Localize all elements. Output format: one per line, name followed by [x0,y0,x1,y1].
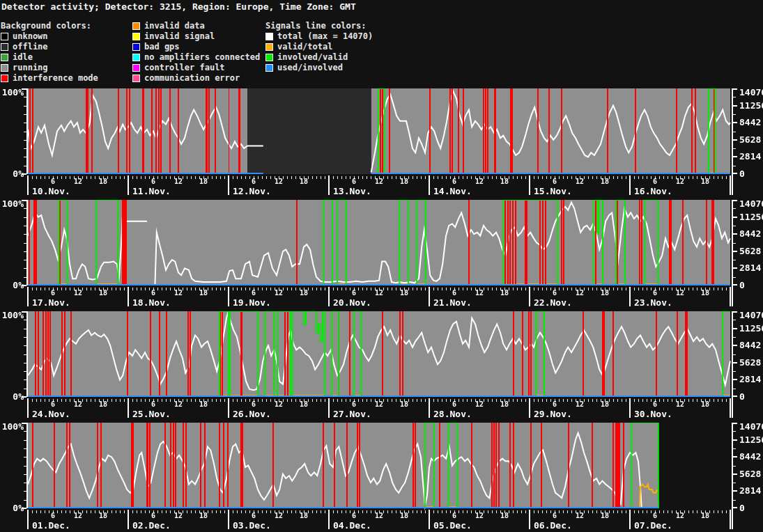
legend-item-invalid-data: invalid data [132,21,260,31]
legend-item-valid-total: valid/total [265,42,373,52]
valid-total-swatch-icon [265,43,273,51]
offline-swatch-icon [1,43,8,51]
legend-item-bad-gps: bad gps [132,42,260,52]
idle-swatch-icon [1,54,8,61]
detector-activity-screen: Detector activity; Detector: 3215, Regio… [0,0,763,532]
legend-label: unknown [13,31,48,42]
legend-label: idle [13,52,33,63]
running-swatch-icon [1,64,8,72]
no-amplifiers-connected-swatch-icon [132,54,140,61]
legend-item-controller-fault: controller fault [132,63,260,73]
legend-item-invalid-signal: invalid signal [132,31,260,42]
controller-fault-swatch-icon [132,64,140,72]
unknown-swatch-icon [1,33,8,40]
legend-label: no amplifiers connected [144,52,260,63]
legend-signals-header: Signals line colors: [265,21,373,31]
legend-item-idle: idle [1,52,98,63]
legend-item-running: running [1,63,98,73]
activity-chart-week-2 [0,200,763,311]
legend-item-involved-valid: involved/valid [265,52,373,63]
legend-label: invalid data [144,21,205,31]
legend-label: communication error [144,73,240,84]
invalid-data-swatch-icon [132,22,140,30]
communication-error-swatch-icon [132,75,140,82]
used-involved-swatch-icon [265,64,273,72]
legend-item-used-involved: used/involved [265,63,373,73]
invalid-signal-swatch-icon [132,33,140,40]
legend-label: total (max = 14070) [277,31,373,42]
legend-status-colors: invalid datainvalid signalbad gpsno ampl… [132,21,260,84]
legend-label: invalid signal [144,31,215,42]
bad-gps-swatch-icon [132,43,140,51]
activity-chart-week-3 [0,311,763,423]
page-title: Detector activity; Detector: 3215, Regio… [1,1,356,12]
total-max-14070-swatch-icon [265,33,273,40]
activity-chart-week-1 [0,88,763,200]
legend-item-unknown: unknown [1,31,98,42]
legend-label: running [13,63,48,73]
legend-label: offline [13,42,48,52]
legend-label: involved/valid [277,52,348,63]
legend-label: interference mode [13,73,98,84]
legend-item-communication-error: communication error [132,73,260,84]
legend-label: controller fault [144,63,225,73]
legend-item-interference-mode: interference mode [1,73,98,84]
activity-chart-week-4 [0,423,763,532]
legend-background-header: Background colors: [1,21,98,31]
legend-item-total-max-14070: total (max = 14070) [265,31,373,42]
legend-label: bad gps [144,42,180,52]
involved-valid-swatch-icon [265,54,273,61]
legend-label: valid/total [277,42,332,52]
legend-background-colors: Background colors: unknownofflineidlerun… [1,21,98,84]
legend-item-no-amplifiers-connected: no amplifiers connected [132,52,260,63]
interference-mode-swatch-icon [1,75,8,82]
legend-label: used/involved [277,63,343,73]
legend-item-offline: offline [1,42,98,52]
legend-signal-colors: Signals line colors: total (max = 14070)… [265,21,373,73]
